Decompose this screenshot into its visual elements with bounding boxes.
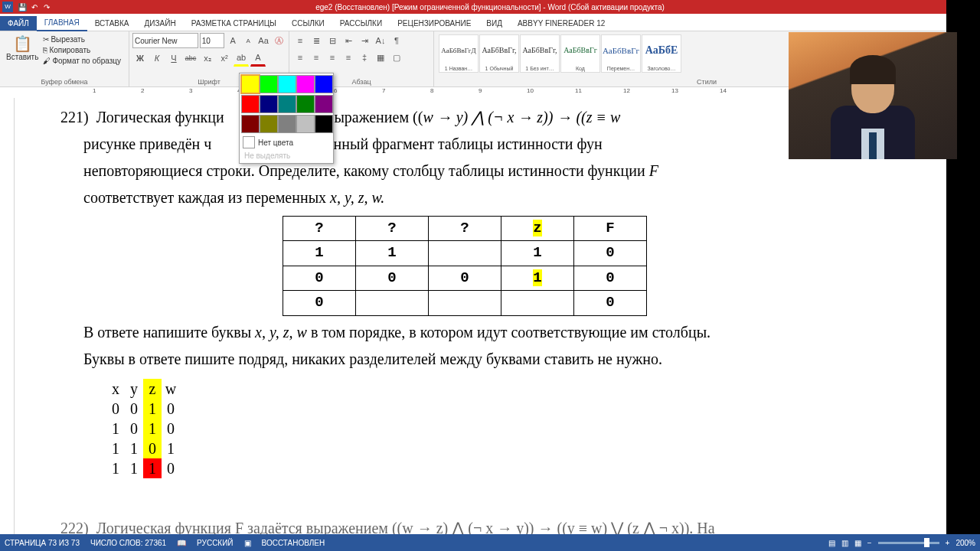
word-count[interactable]: ЧИСЛО СЛОВ: 27361 — [90, 539, 166, 547]
color-swatch[interactable] — [296, 95, 315, 113]
zoom-slider[interactable] — [878, 542, 939, 544]
bullets-icon[interactable]: ≡ — [292, 33, 308, 48]
color-swatch[interactable] — [260, 95, 278, 113]
tab-insert[interactable]: ВСТАВКА — [87, 16, 137, 31]
clear-format-icon[interactable]: Ⓐ — [272, 33, 286, 48]
zoom-level[interactable]: 200% — [956, 539, 975, 547]
color-swatch[interactable] — [278, 95, 296, 113]
copy-button[interactable]: ⎘Копировать — [41, 45, 122, 55]
no-color-swatch — [243, 136, 255, 148]
tab-mail[interactable]: РАССЫЛКИ — [332, 16, 390, 31]
shrink-font-icon[interactable]: A — [241, 33, 255, 48]
color-swatch[interactable] — [315, 115, 333, 133]
indent-icon[interactable]: ⇥ — [357, 33, 372, 48]
outdent-icon[interactable]: ⇤ — [341, 33, 356, 48]
view-read-icon[interactable]: ▥ — [841, 539, 848, 547]
truth-table: ? ? ? z F 1110 00010 00 — [283, 216, 647, 316]
color-swatch[interactable] — [260, 75, 278, 93]
tab-home[interactable]: ГЛАВНАЯ — [37, 15, 87, 31]
multilevel-icon[interactable]: ⊟ — [325, 33, 340, 48]
no-color-option[interactable]: Нет цвета — [241, 135, 332, 150]
color-swatch[interactable] — [315, 95, 333, 113]
style-box[interactable]: АаБбЕЗаголово… — [642, 34, 681, 73]
color-swatch[interactable] — [241, 75, 260, 93]
underline-button[interactable]: Ч — [166, 51, 181, 66]
tab-file[interactable]: ФАЙЛ — [0, 16, 37, 31]
highlight-button[interactable]: ab — [234, 50, 249, 67]
align-right-icon[interactable]: ≡ — [325, 50, 340, 65]
color-swatch[interactable] — [241, 95, 260, 113]
justify-icon[interactable]: ≡ — [341, 50, 356, 65]
tab-review[interactable]: РЕЦЕНЗИРОВАНИЕ — [390, 16, 479, 31]
language-indicator[interactable]: РУССКИЙ — [197, 539, 233, 547]
format-painter-button[interactable]: 🖌Формат по образцу — [41, 56, 122, 66]
copy-icon: ⎘ — [43, 46, 47, 54]
paste-icon: 📋 — [13, 34, 32, 53]
color-swatch[interactable] — [296, 75, 315, 93]
borders-icon[interactable]: ▢ — [389, 50, 404, 65]
group-label: Буфер обмена — [0, 77, 129, 86]
numbering-icon[interactable]: ≣ — [309, 33, 324, 48]
shading-icon[interactable]: ▦ — [373, 50, 388, 65]
style-box[interactable]: АаБбВвГгПеремен… — [601, 34, 641, 73]
sort-icon[interactable]: A↓ — [373, 33, 388, 48]
bold-button[interactable]: Ж — [132, 51, 148, 66]
problem-number: 221) — [60, 109, 89, 126]
zoom-out-icon[interactable]: − — [867, 539, 872, 547]
tab-refs[interactable]: ССЫЛКИ — [284, 16, 332, 31]
spell-check-icon[interactable]: 📖 — [177, 539, 186, 547]
color-swatch[interactable] — [315, 75, 333, 93]
zoom-in-icon[interactable]: + — [946, 539, 950, 547]
align-center-icon[interactable]: ≡ — [309, 50, 324, 65]
font-name-combo[interactable]: Courier New — [132, 33, 198, 48]
font-size-combo[interactable]: 10 — [200, 33, 225, 48]
recovered-indicator: ВОССТАНОВЛЕН — [262, 539, 325, 547]
tab-abbyy[interactable]: ABBYY FineReader 12 — [510, 16, 612, 31]
undo-icon[interactable]: ↶ — [29, 2, 40, 12]
style-box[interactable]: АаБбВвГг,1 Обычный — [479, 34, 519, 73]
cut-icon: ✂ — [43, 35, 49, 44]
cut-button[interactable]: ✂Вырезать — [41, 34, 122, 44]
page-indicator[interactable]: СТРАНИЦА 73 ИЗ 73 — [5, 539, 80, 547]
color-swatch[interactable] — [260, 115, 278, 133]
style-box[interactable]: АаБбВвГгД1 Назван… — [439, 34, 479, 73]
document-area: 221) Логическая функция выражением ((w →… — [0, 98, 980, 534]
document-page[interactable]: 221) Логическая функция выражением ((w →… — [15, 98, 980, 534]
color-swatch[interactable] — [278, 115, 296, 133]
tab-view[interactable]: ВИД — [479, 16, 510, 31]
style-box[interactable]: АаБбВвГг,1 Без инт… — [520, 34, 560, 73]
page-scroll[interactable]: 221) Логическая функция выражением ((w →… — [15, 98, 980, 534]
status-bar: СТРАНИЦА 73 ИЗ 73 ЧИСЛО СЛОВ: 27361 📖 РУ… — [0, 534, 980, 551]
redo-icon[interactable]: ↷ — [41, 2, 52, 12]
italic-button[interactable]: К — [149, 51, 165, 66]
show-marks-icon[interactable]: ¶ — [389, 33, 404, 48]
tab-design[interactable]: ДИЗАЙН — [137, 16, 184, 31]
superscript-button[interactable]: x² — [217, 51, 232, 66]
strike-button[interactable]: abc — [183, 51, 198, 66]
view-print-icon[interactable]: ▤ — [828, 539, 835, 547]
style-box[interactable]: АаБбВвГгКод — [560, 34, 600, 73]
line-spacing-icon[interactable]: ‡ — [357, 50, 372, 65]
brush-icon: 🖌 — [43, 57, 51, 65]
stop-highlight-option[interactable]: Не выделять — [241, 150, 332, 161]
save-icon[interactable]: 💾 — [17, 2, 28, 12]
subscript-button[interactable]: x₂ — [200, 51, 215, 66]
title-bar: W 💾 ↶ ↷ ege2 (Восстановлен) [Режим огран… — [0, 0, 980, 14]
ribbon-tabs: ФАЙЛ ГЛАВНАЯ ВСТАВКА ДИЗАЙН РАЗМЕТКА СТР… — [0, 14, 980, 31]
color-swatch[interactable] — [241, 115, 260, 133]
macro-icon[interactable]: ▣ — [244, 539, 251, 547]
highlight-color-popup: Нет цвета Не выделять — [239, 73, 334, 164]
vertical-ruler[interactable] — [0, 98, 15, 534]
word-icon: W — [2, 2, 13, 12]
color-swatch[interactable] — [296, 115, 315, 133]
aux-table: xyzw 0010 1010 1101 1110 — [106, 379, 980, 478]
color-swatch[interactable] — [278, 75, 296, 93]
font-color-button[interactable]: A — [250, 50, 266, 67]
align-left-icon[interactable]: ≡ — [292, 50, 308, 65]
tab-layout[interactable]: РАЗМЕТКА СТРАНИЦЫ — [184, 16, 284, 31]
grow-font-icon[interactable]: A — [226, 33, 240, 48]
paste-button[interactable]: 📋 Вставить — [3, 33, 41, 66]
black-bar-right-lower — [946, 158, 980, 534]
change-case-icon[interactable]: Aa — [256, 33, 270, 48]
view-web-icon[interactable]: ▦ — [854, 539, 861, 547]
